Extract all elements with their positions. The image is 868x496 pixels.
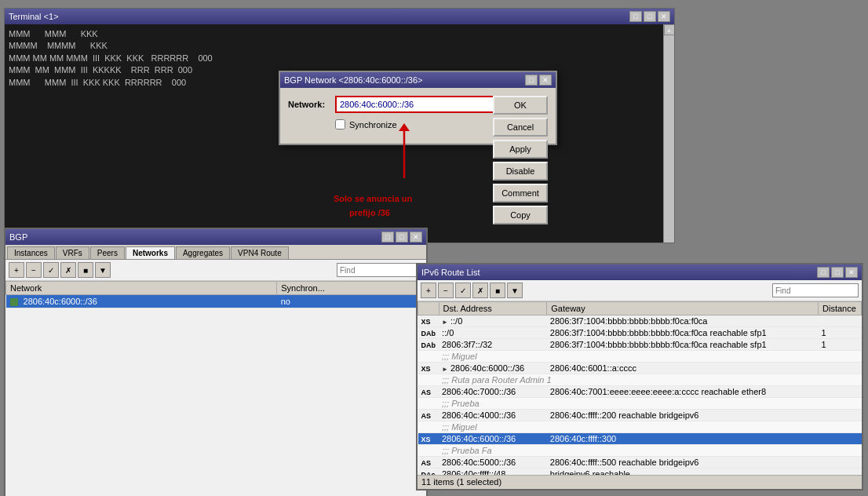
net-icon <box>10 298 18 306</box>
table-row[interactable]: DAb 2806:3f7::/32 2806:3f7:1004:bbbb:bbb… <box>418 339 862 351</box>
ipv6-close-btn[interactable]: ✕ <box>845 267 858 278</box>
table-row[interactable]: AS 2806:40c:7000::/36 2806:40c:7001:eeee… <box>418 386 862 398</box>
bgp-find-input[interactable] <box>337 263 423 277</box>
table-row[interactable]: XS ► ::/0 2806:3f7:1004:bbbb:bbbb:bbbb:f… <box>418 315 862 327</box>
ipv6-table-container[interactable]: Dst. Address Gateway Distance XS ► ::/0 … <box>418 301 862 479</box>
terminal-close-btn[interactable]: ✕ <box>658 11 670 22</box>
tab-vpn4route[interactable]: VPN4 Route <box>231 246 289 259</box>
terminal-maximize-btn[interactable]: □ <box>644 11 656 22</box>
modal-minimize-btn[interactable]: □ <box>525 75 538 86</box>
modal-titlebar: BGP Network <2806:40c:6000::/36> □ ✕ <box>280 72 556 88</box>
settings-btn[interactable]: ■ <box>78 262 93 278</box>
ipv6-add-btn[interactable]: + <box>421 283 436 298</box>
network-cell: 2806:40c:6000::/36 <box>6 295 277 308</box>
terminal-titlebar: Terminal <1> □ □ ✕ <box>5 9 674 24</box>
table-row[interactable]: ;;; Prueba Fa <box>418 445 862 457</box>
bgp-toolbar: + − ✓ ✗ ■ ▼ <box>5 260 426 281</box>
network-label: Network: <box>288 100 335 109</box>
table-row[interactable]: ;;; Prueba <box>418 398 862 410</box>
ipv6-route-table: Dst. Address Gateway Distance XS ► ::/0 … <box>418 301 862 479</box>
bgp-titlebar: BGP □ □ ✕ <box>5 229 426 245</box>
bgp-maximize-btn[interactable]: □ <box>396 232 408 243</box>
table-row[interactable]: AS 2806:40c:4000::/36 2806:40c:ffff::200… <box>418 410 862 421</box>
modal-form: Network: Synchronize OK Cancel Apply Dis… <box>280 88 556 144</box>
ipv6-check-btn[interactable]: ✓ <box>455 283 471 298</box>
ipv6-cross-btn[interactable]: ✗ <box>472 283 488 298</box>
copy-button[interactable]: Copy <box>493 206 548 224</box>
bgp-network-dialog: BGP Network <2806:40c:6000::/36> □ ✕ Net… <box>279 71 557 145</box>
ipv6-filter-btn[interactable]: ▼ <box>507 283 523 298</box>
sync-cell: no <box>277 295 426 308</box>
col-distance: Distance <box>819 302 862 315</box>
remove-btn[interactable]: − <box>26 262 42 278</box>
col-network: Network <box>6 282 277 295</box>
ipv6-titlebar: IPv6 Route List □ □ ✕ <box>418 264 862 280</box>
apply-button[interactable]: Apply <box>493 140 548 159</box>
tab-aggregates[interactable]: Aggregates <box>176 246 230 259</box>
col-dst-address: Dst. Address <box>439 302 547 315</box>
ipv6-settings-btn[interactable]: ■ <box>490 283 505 298</box>
tab-instances[interactable]: Instances <box>7 246 55 259</box>
ipv6-title: IPv6 Route List <box>421 268 480 277</box>
bgp-title: BGP <box>9 232 27 242</box>
table-row[interactable]: 2806:40c:6000::/36 no <box>6 295 426 308</box>
modal-close-btn[interactable]: ✕ <box>539 75 552 86</box>
table-row[interactable]: ;;; Miguel <box>418 351 862 363</box>
bgp-close-btn[interactable]: ✕ <box>410 232 422 243</box>
col-gateway: Gateway <box>547 302 819 315</box>
col-sync: Synchron... <box>277 282 426 295</box>
ipv6-status-text: 11 items (1 selected) <box>421 477 501 487</box>
tab-networks[interactable]: Networks <box>126 246 175 259</box>
bgp-window: BGP □ □ ✕ Instances VRFs Peers Networks … <box>4 228 428 496</box>
synchronize-label: Synchronize <box>349 120 397 129</box>
ipv6-toolbar: + − ✓ ✗ ■ ▼ <box>418 280 862 301</box>
modal-title: BGP Network <2806:40c:6000::/36> <box>284 75 423 85</box>
modal-buttons: OK Cancel Apply Disable Comment Copy <box>493 96 548 224</box>
table-row[interactable]: XS ► 2806:40c:6000::/36 2806:40c:6001::a… <box>418 363 862 374</box>
bgp-minimize-btn[interactable]: □ <box>381 232 394 243</box>
synchronize-checkbox[interactable] <box>335 119 345 129</box>
check-btn[interactable]: ✓ <box>43 262 59 278</box>
tab-vrfs[interactable]: VRFs <box>56 246 89 259</box>
comment-button[interactable]: Comment <box>493 184 548 202</box>
filter-btn[interactable]: ▼ <box>95 262 111 278</box>
bgp-network-table: Network Synchron... 2806:40c:6000::/36 n… <box>5 281 426 308</box>
table-row[interactable]: ;;; Miguel <box>418 421 862 433</box>
terminal-minimize-btn[interactable]: □ <box>629 11 642 22</box>
ipv6-window: IPv6 Route List □ □ ✕ + − ✓ ✗ ■ ▼ Dst. A… <box>416 263 863 491</box>
ipv6-minimize-btn[interactable]: □ <box>817 267 830 278</box>
ipv6-remove-btn[interactable]: − <box>438 283 454 298</box>
ipv6-maximize-btn[interactable]: □ <box>831 267 844 278</box>
ok-button[interactable]: OK <box>493 96 548 115</box>
terminal-window-buttons: □ □ ✕ <box>629 11 670 22</box>
cancel-button[interactable]: Cancel <box>493 118 548 137</box>
table-row[interactable]: DAb ::/0 2806:3f7:1004:bbbb:bbbb:bbbb:f0… <box>418 327 862 339</box>
terminal-title: Terminal <1> <box>9 12 59 21</box>
scroll-up-arrow[interactable]: ▲ <box>664 24 675 35</box>
terminal-scrollbar[interactable]: ▲ <box>663 24 674 243</box>
col-tag <box>418 302 439 315</box>
bgp-tabs: Instances VRFs Peers Networks Aggregates… <box>5 245 426 260</box>
disable-button[interactable]: Disable <box>493 162 548 181</box>
tab-peers[interactable]: Peers <box>90 246 125 259</box>
table-row[interactable]: ;;; Ruta para Router Admin 1 <box>418 374 862 386</box>
ipv6-status-bar: 11 items (1 selected) <box>418 475 862 489</box>
table-row[interactable]: AS 2806:40c:5000::/36 2806:40c:ffff::500… <box>418 457 862 469</box>
ipv6-find-input[interactable] <box>772 283 859 297</box>
cross-btn[interactable]: ✗ <box>60 262 76 278</box>
add-btn[interactable]: + <box>9 262 24 278</box>
table-row[interactable]: XS 2806:40c:6000::/36 2806:40c:ffff::300 <box>418 433 862 445</box>
